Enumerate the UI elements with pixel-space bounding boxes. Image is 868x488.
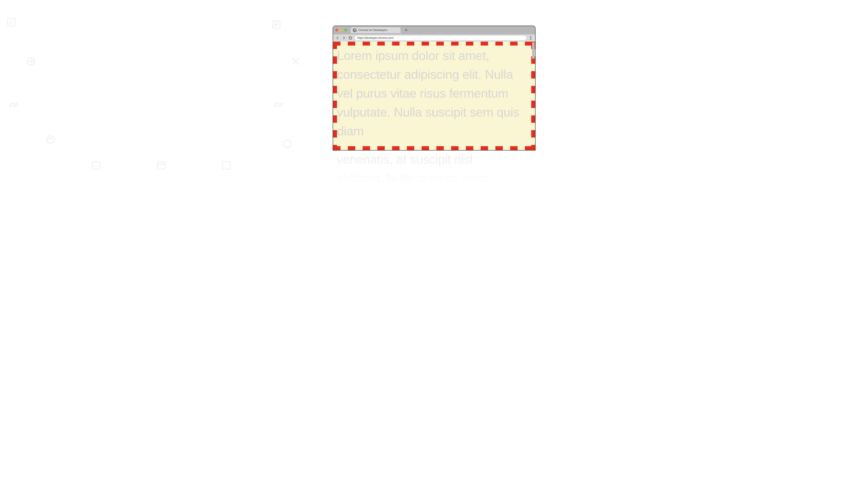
window-controls [335,29,347,31]
forward-button[interactable] [342,36,346,40]
arrow-left-icon [336,36,339,40]
tab-strip: Chrome for Developers + [333,26,535,34]
kebab-dot-icon [530,37,531,38]
close-window-button[interactable] [335,29,338,31]
tab-title: Chrome for Developers [359,28,388,32]
page-viewport[interactable]: Lorem ipsum dolor sit amet, consectetur … [333,42,535,150]
address-bar[interactable]: https://developer.chrome.com/ [355,36,526,40]
kebab-dot-icon [530,39,531,40]
minimize-window-button[interactable] [340,29,343,31]
maximize-window-button[interactable] [344,29,347,31]
arrow-right-icon [342,36,346,40]
kebab-dot-icon [530,36,531,37]
back-button[interactable] [335,36,340,40]
chrome-logo-icon [353,28,357,32]
browser-tab[interactable]: Chrome for Developers [351,27,401,33]
vertical-scrollbar-thumb[interactable] [532,42,535,59]
page-body-text: Lorem ipsum dolor sit amet, consectetur … [337,46,529,140]
reload-icon [348,36,352,40]
new-tab-button[interactable]: + [404,28,409,33]
reload-button[interactable] [348,36,352,40]
address-url: https://developer.chrome.com/ [358,36,394,39]
browser-window: Chrome for Developers + https://develope… [333,26,535,151]
browser-menu-button[interactable] [529,36,533,40]
browser-toolbar: https://developer.chrome.com/ [333,34,535,42]
